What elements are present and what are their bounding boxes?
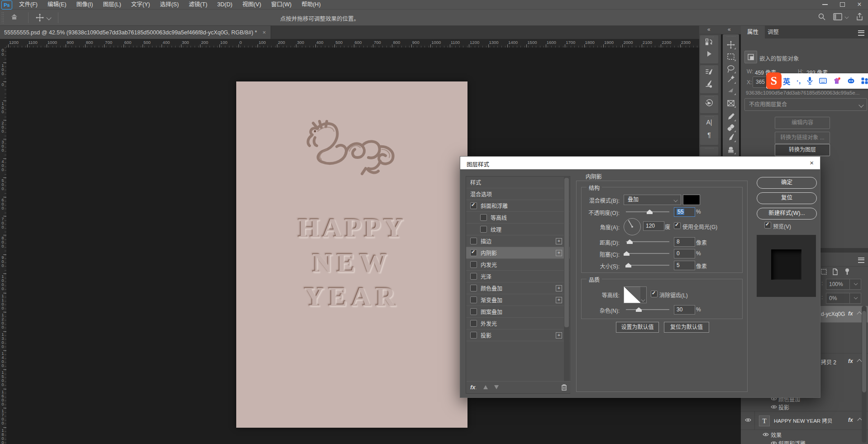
style-list-item[interactable]: 等高线 (466, 212, 570, 224)
move-effect-up-icon[interactable] (483, 385, 488, 389)
layers-scrollbar[interactable] (862, 306, 867, 443)
tab-close-icon[interactable]: × (262, 29, 266, 36)
layers-panel-menu-icon[interactable] (858, 258, 864, 263)
layer-fill-input[interactable]: 0% (826, 293, 852, 304)
effect-row[interactable]: 斜面和浮雕 (741, 439, 868, 444)
collapse-tools-icon[interactable]: « (728, 26, 731, 33)
robot-icon[interactable] (847, 77, 855, 84)
lock-image-icon[interactable] (832, 268, 839, 275)
add-instance-icon[interactable]: + (556, 250, 562, 256)
add-instance-icon[interactable]: + (556, 238, 562, 244)
collapse-effects-icon[interactable] (857, 359, 862, 364)
edit-content-button[interactable]: 编辑内容 (775, 117, 830, 129)
apps-icon[interactable] (861, 77, 868, 84)
distance-input[interactable]: 8 (674, 237, 695, 247)
brushes-panel-icon[interactable] (706, 80, 713, 89)
style-checkbox[interactable] (470, 332, 477, 339)
share-icon[interactable] (856, 13, 863, 21)
skin-icon[interactable] (833, 77, 841, 85)
actions-panel-icon[interactable] (706, 50, 713, 59)
menu-item[interactable]: 文件(F) (14, 0, 43, 9)
style-checkbox[interactable] (470, 273, 477, 280)
panel-menu-icon[interactable] (858, 30, 864, 36)
style-list-item[interactable]: 斜面和浮雕 (466, 200, 570, 212)
add-effect-button[interactable]: fx (470, 384, 476, 391)
layer-fill-dropdown[interactable] (849, 293, 861, 304)
style-list-item[interactable]: 内发光 (466, 259, 570, 271)
effect-row[interactable]: 投影 (741, 403, 868, 411)
style-checkbox[interactable] (470, 249, 477, 256)
opacity-input[interactable]: 55 (674, 207, 695, 217)
style-list-item[interactable]: 样式 (466, 177, 570, 188)
visibility-eye-icon[interactable] (763, 432, 769, 438)
set-default-button[interactable]: 设置为默认值 (616, 322, 659, 333)
style-checkbox[interactable] (470, 238, 477, 244)
marquee-tool[interactable] (727, 53, 735, 61)
new-style-button[interactable]: 新建样式(W)... (757, 208, 817, 220)
convert-to-layers-button[interactable]: 转换为图层 (775, 144, 830, 156)
stamp-tool[interactable] (727, 146, 735, 154)
style-list-item[interactable]: 渐变叠加+ (466, 294, 570, 306)
style-checkbox[interactable] (470, 261, 477, 268)
size-input[interactable]: 5 (674, 261, 695, 270)
menu-item[interactable]: 滤镜(T) (184, 0, 212, 9)
menu-item[interactable]: 窗口(W) (266, 0, 296, 9)
crop-tool[interactable] (727, 86, 735, 95)
style-list-item[interactable]: 投影+ (466, 329, 570, 341)
menu-item[interactable]: 视图(V) (237, 0, 266, 9)
lock-transparent-icon[interactable] (820, 268, 827, 275)
noise-input[interactable]: 30 (674, 305, 695, 315)
layer-comp-select[interactable]: 不应用图层复合 (744, 98, 867, 111)
angle-input[interactable]: 120 (643, 221, 664, 231)
mic-icon[interactable] (807, 77, 813, 85)
restore-button[interactable] (834, 0, 851, 9)
ime-logo[interactable]: S (766, 72, 782, 89)
preview-checkbox[interactable] (764, 222, 771, 229)
visibility-eye-icon[interactable] (745, 417, 751, 424)
style-list-item[interactable]: 外发光 (466, 318, 570, 329)
style-checkbox[interactable] (470, 296, 477, 303)
menu-item[interactable]: 3D(D) (212, 0, 237, 9)
text-layer-thumbnail[interactable]: T (759, 415, 770, 426)
menu-item[interactable]: 编辑(E) (43, 0, 72, 9)
horizontal-ruler[interactable]: 1200110010009008007006005004003002001000… (6, 39, 699, 48)
dialog-close-icon[interactable]: × (810, 159, 814, 167)
style-checkbox[interactable] (470, 320, 477, 327)
brush-settings-panel-icon[interactable] (706, 68, 713, 77)
document-tab[interactable]: 55555555.psd @ 42.5% (93638c1090d5e7dd3a… (0, 26, 271, 39)
style-checkbox[interactable] (470, 285, 477, 291)
close-button[interactable]: × (851, 0, 868, 9)
poster-artwork[interactable]: HAPPY NEW YEAR (236, 81, 467, 428)
menu-item[interactable]: 图层(L) (98, 0, 126, 9)
convert-to-linked-button[interactable]: 转换为链接对象 ... (775, 132, 830, 144)
text-layer-row[interactable]: T HAPPY NEW YEAR 拷贝 fx (741, 411, 868, 430)
blend-mode-select[interactable]: 叠加 (624, 195, 681, 205)
style-list-item[interactable]: 图案叠加 (466, 306, 570, 318)
effect-row[interactable]: 效果 (741, 430, 868, 439)
home-button[interactable] (4, 13, 24, 22)
style-list-scrollbar[interactable] (564, 177, 569, 381)
dialog-title-bar[interactable]: 图层样式 × (460, 157, 820, 169)
lasso-tool[interactable] (727, 65, 735, 73)
style-list-item[interactable]: 纹理 (466, 224, 570, 235)
punctuation-icon[interactable]: ·, (796, 77, 801, 85)
style-list-item[interactable]: 光泽 (466, 271, 570, 282)
reset-button[interactable]: 复位 (757, 192, 817, 204)
style-checkbox[interactable] (470, 308, 477, 315)
brush-tool[interactable] (727, 134, 735, 142)
style-checkbox[interactable] (480, 214, 487, 221)
fx-badge[interactable]: fx (848, 310, 853, 317)
shadow-color-swatch[interactable] (683, 195, 700, 205)
ok-button[interactable]: 确定 (757, 177, 817, 189)
minimize-button[interactable] (816, 0, 834, 9)
fx-badge[interactable]: fx (848, 417, 853, 423)
style-list-item[interactable]: 内阴影+ (466, 247, 570, 259)
menu-item[interactable]: 选择(S) (155, 0, 184, 9)
menu-item[interactable]: 图像(I) (72, 0, 98, 9)
rotate-view-panel-icon[interactable] (705, 99, 713, 108)
eyedropper-tool[interactable] (727, 113, 735, 121)
contour-picker[interactable] (624, 286, 641, 303)
collapse-effects-icon[interactable] (857, 311, 862, 316)
style-list-item[interactable]: 描边+ (466, 235, 570, 247)
photoshop-logo-icon[interactable]: Ps (1, 0, 12, 10)
